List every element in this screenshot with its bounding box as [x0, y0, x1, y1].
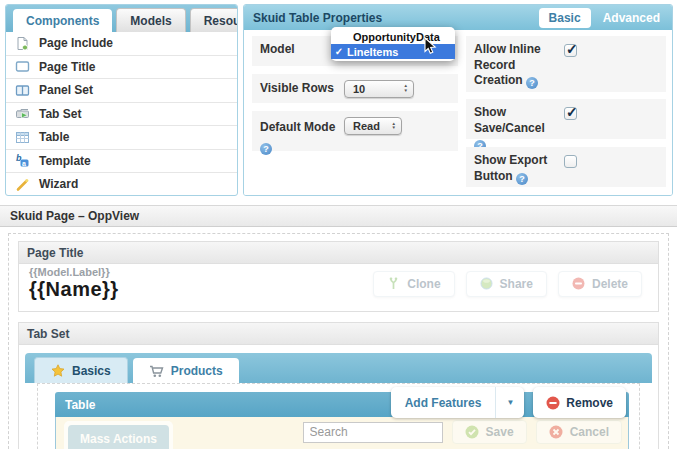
table-icon: [15, 130, 30, 145]
page-title-subtitle: {{Model.Label}}: [29, 266, 119, 278]
cancel-x-icon: [549, 425, 563, 439]
show-save-cancel-checkbox[interactable]: [564, 107, 577, 120]
show-export-label: Show Export Button: [474, 153, 547, 183]
components-list: Page Include Page Title Panel Set Tab Se…: [6, 32, 237, 196]
show-export-property-row: Show Export Button ?: [466, 147, 666, 187]
properties-header: Skuid Table Properties Basic Advanced: [244, 5, 672, 30]
tab-products[interactable]: Products: [133, 358, 239, 383]
component-item-label: Page Title: [39, 60, 95, 74]
allow-inline-checkbox[interactable]: [564, 44, 577, 57]
show-export-help-icon[interactable]: ?: [516, 173, 528, 185]
star-icon: [51, 364, 65, 378]
delete-icon: [572, 277, 585, 290]
component-item-wizard[interactable]: Wizard: [6, 173, 237, 196]
visible-rows-select[interactable]: 10 ▲▼: [344, 80, 414, 98]
share-icon: [480, 277, 493, 290]
skuid-page-builder: Components Models Resources Page Include…: [0, 0, 677, 449]
add-features-button[interactable]: Add Features: [391, 387, 497, 418]
cart-icon: [149, 365, 164, 378]
page-canvas: Page Title {{Model.Label}} {{Name}} Clon…: [0, 228, 677, 449]
component-item-label: Wizard: [39, 177, 78, 191]
show-export-checkbox[interactable]: [564, 155, 577, 168]
tab-resources[interactable]: Resources: [190, 8, 238, 32]
tab-set-icon: [15, 106, 30, 121]
select-stepper-icon: ▲▼: [392, 122, 396, 131]
component-item-page-title[interactable]: Page Title: [6, 56, 237, 80]
chevron-down-icon: ▼: [506, 398, 514, 407]
add-features-dropdown-button[interactable]: ▼: [496, 387, 524, 418]
allow-inline-help-icon[interactable]: ?: [526, 77, 538, 89]
template-icon: ba: [15, 153, 30, 168]
visible-rows-value: 10: [353, 83, 365, 95]
page-title-icon: [15, 59, 30, 74]
tab-panel-drop-zone: Add Features ▼ Remove: [37, 383, 640, 449]
advanced-tab[interactable]: Advanced: [603, 11, 660, 25]
page-title-actions: Clone Share Delete: [373, 271, 642, 297]
component-item-label: Page Include: [39, 36, 113, 50]
page-include-icon: [15, 36, 30, 51]
page-header-bar: Skuid Page – OppView: [0, 205, 677, 227]
canvas-tab-strip: Basics Products: [25, 353, 652, 383]
properties-title: Skuid Table Properties: [253, 11, 539, 25]
component-item-page-include[interactable]: Page Include: [6, 32, 237, 56]
save-button[interactable]: Save: [452, 420, 527, 444]
share-button[interactable]: Share: [466, 271, 547, 297]
panel-set-icon: [15, 83, 30, 98]
tab-set-component[interactable]: Tab Set Basics Products: [18, 322, 659, 449]
component-item-label: Tab Set: [39, 107, 81, 121]
clone-button[interactable]: Clone: [373, 271, 454, 297]
mouse-cursor-icon: [424, 37, 437, 56]
default-mode-label: Default Mode: [260, 120, 335, 134]
allow-inline-property-row: Allow Inline Record Creation ?: [466, 36, 666, 92]
default-mode-value: Read: [353, 120, 380, 132]
basic-tab[interactable]: Basic: [539, 8, 591, 28]
select-stepper-icon: ▲▼: [404, 84, 408, 93]
page-title-component[interactable]: Page Title {{Model.Label}} {{Name}} Clon…: [18, 241, 659, 312]
visible-rows-label: Visible Rows: [260, 81, 340, 97]
component-item-template[interactable]: ba Template: [6, 150, 237, 174]
default-mode-property-row: Default Mode ? Read ▲▼: [252, 111, 458, 151]
component-item-tab-set[interactable]: Tab Set: [6, 103, 237, 127]
tab-models[interactable]: Models: [116, 8, 185, 32]
show-save-cancel-property-row: Show Save/Cancel ?: [466, 99, 666, 139]
cancel-button[interactable]: Cancel: [536, 420, 622, 444]
show-save-cancel-label: Show Save/Cancel: [474, 105, 545, 135]
tab-basics[interactable]: Basics: [34, 357, 128, 383]
components-panel-tabstrip: Components Models Resources: [6, 5, 237, 32]
page-title-text: Skuid Page – OppView: [10, 209, 139, 223]
page-title-component-header[interactable]: Page Title: [19, 242, 658, 264]
default-mode-help-icon[interactable]: ?: [260, 143, 272, 155]
table-search-input[interactable]: [303, 422, 443, 443]
properties-body: Model Visible Rows 10 ▲▼ Default Mode ? …: [244, 30, 672, 196]
clone-icon: [387, 277, 400, 290]
component-item-panel-set[interactable]: Panel Set: [6, 79, 237, 103]
component-item-table[interactable]: Table: [6, 126, 237, 150]
remove-icon: [546, 396, 560, 410]
check-icon: ✓: [331, 46, 347, 57]
table-component-body: Mass Actions Save Cancel: [55, 417, 629, 449]
page-title-merge-field: {{Name}}: [29, 278, 119, 301]
component-item-label: Table: [39, 130, 69, 144]
table-component[interactable]: Add Features ▼ Remove: [55, 392, 629, 449]
add-features-split-button: Add Features ▼: [391, 387, 525, 418]
components-panel: Components Models Resources Page Include…: [5, 4, 238, 196]
default-mode-select[interactable]: Read ▲▼: [344, 117, 402, 135]
remove-button[interactable]: Remove: [533, 387, 626, 418]
delete-button[interactable]: Delete: [558, 271, 642, 297]
model-label: Model: [260, 42, 295, 58]
wizard-icon: [15, 177, 30, 192]
svg-text:a: a: [22, 160, 26, 167]
save-check-icon: [465, 425, 479, 439]
visible-rows-property-row: Visible Rows 10 ▲▼: [252, 74, 458, 103]
component-item-label: Panel Set: [39, 83, 93, 97]
tab-components[interactable]: Components: [13, 9, 112, 32]
mass-actions-button[interactable]: Mass Actions: [68, 425, 169, 449]
component-item-label: Template: [39, 154, 91, 168]
table-properties-panel: Skuid Table Properties Basic Advanced Mo…: [243, 4, 673, 196]
tab-set-component-header[interactable]: Tab Set: [19, 323, 658, 345]
